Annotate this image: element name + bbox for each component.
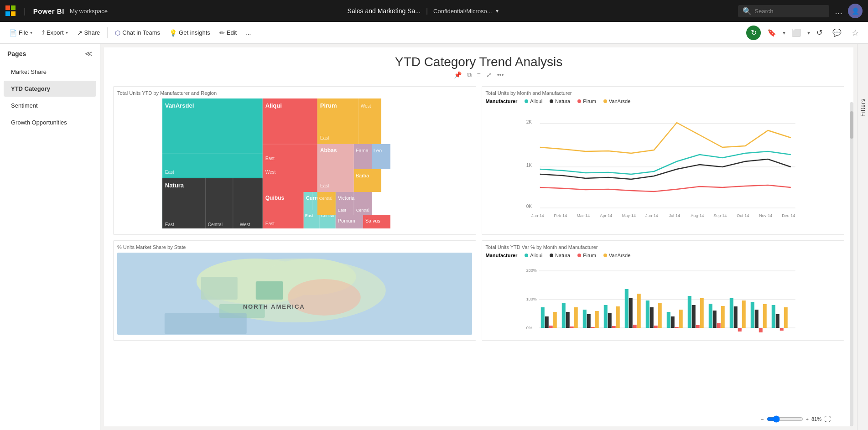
svg-text:Dec-14: Dec-14	[782, 213, 795, 218]
svg-rect-120	[675, 327, 678, 328]
search-input[interactable]	[754, 8, 818, 15]
pirum-dot	[577, 99, 581, 103]
svg-rect-115	[650, 307, 653, 328]
svg-rect-117	[658, 303, 661, 328]
svg-text:May-14: May-14	[622, 213, 635, 218]
bar-chart-area[interactable]: 0% 100% 200%	[486, 262, 841, 337]
svg-rect-110	[624, 289, 628, 328]
svg-text:Central: Central	[319, 196, 333, 201]
bookmark-icon[interactable]: 🔖	[764, 26, 780, 39]
format-icon[interactable]: ≡	[477, 71, 481, 79]
copy-icon[interactable]: ⧉	[467, 71, 472, 79]
zoom-slider[interactable]	[767, 415, 803, 423]
svg-rect-135	[750, 302, 754, 328]
svg-text:Sep-14: Sep-14	[713, 213, 727, 218]
svg-rect-134	[742, 300, 745, 328]
share-button[interactable]: ↗ Share	[73, 27, 104, 39]
map-chart[interactable]: NORTH AMERICA	[117, 253, 472, 335]
ellipsis-icon[interactable]: •••	[497, 71, 504, 79]
bar-chart-label: Total Units YTD Var % by Month and Manuf…	[486, 244, 841, 250]
insights-button[interactable]: 💡 Get insights	[166, 27, 214, 39]
bookmark-chevron-icon[interactable]: ▾	[783, 30, 785, 36]
treemap-chart[interactable]: VanArsdel East East Central West	[117, 98, 472, 231]
ytd-category-label: YTD Category	[11, 85, 50, 92]
svg-text:East: East	[305, 213, 314, 218]
zoom-plus-icon[interactable]: +	[806, 416, 809, 422]
svg-text:West: West	[265, 170, 276, 175]
svg-rect-119	[670, 316, 674, 328]
map-container: % Units Market Share by State	[113, 240, 476, 341]
refresh-button[interactable]: ↻	[746, 26, 761, 40]
bar-legend-vanarsdel: VanArsdel	[603, 253, 632, 258]
fit-page-icon[interactable]: ↺	[813, 26, 826, 39]
bar-aliqui-label: Aliqui	[530, 253, 542, 258]
vanarsdel-dot	[603, 99, 607, 103]
bar-vanarsdel-label: VanArsdel	[609, 253, 632, 258]
search-icon: 🔍	[743, 7, 752, 16]
more-button[interactable]: ...	[242, 27, 255, 38]
view-chevron-icon[interactable]: ▾	[807, 30, 810, 36]
pin-icon[interactable]: 📌	[454, 71, 462, 79]
comments-icon[interactable]: 💬	[829, 26, 845, 39]
focus-icon[interactable]: ⤢	[486, 71, 492, 79]
favorite-icon[interactable]: ☆	[848, 26, 863, 40]
vertical-scrollbar[interactable]	[850, 102, 853, 426]
svg-text:Natura: Natura	[165, 182, 184, 189]
sidebar-item-ytd-category[interactable]: YTD Category	[4, 81, 96, 97]
view-icon[interactable]: ⬜	[788, 26, 805, 39]
bar-chart-legend: Manufacturer Aliqui Natura	[486, 253, 841, 258]
bar-vanarsdel-dot	[603, 254, 607, 257]
svg-rect-95	[545, 316, 548, 328]
teams-icon: ⬡	[115, 29, 120, 36]
scrollbar-thumb[interactable]	[850, 111, 853, 139]
svg-rect-123	[691, 305, 695, 328]
report-page-title: YTD Category Trend Analysis	[113, 55, 844, 69]
zoom-minus-icon[interactable]: −	[761, 416, 764, 422]
sidebar-collapse-icon[interactable]: ≪	[85, 49, 93, 58]
search-box[interactable]: 🔍	[738, 5, 829, 17]
svg-text:West: West	[240, 222, 250, 227]
svg-rect-101	[574, 307, 577, 328]
svg-text:East: East	[265, 156, 275, 161]
svg-text:2K: 2K	[526, 119, 532, 124]
svg-text:Apr-14: Apr-14	[600, 213, 612, 218]
svg-rect-118	[666, 312, 670, 328]
file-label: File	[19, 29, 28, 36]
sidebar-item-market-share[interactable]: Market Share	[4, 64, 96, 80]
svg-rect-131	[733, 306, 737, 328]
file-icon: 📄	[9, 29, 17, 36]
fit-screen-icon[interactable]: ⛶	[824, 415, 831, 423]
share-label: Share	[84, 29, 100, 36]
line-chart-label: Total Units by Month and Manufacturer	[486, 90, 841, 96]
svg-rect-58	[317, 192, 336, 215]
svg-rect-114	[645, 300, 649, 328]
more-label: ...	[246, 29, 251, 36]
sidebar-item-sentiment[interactable]: Sentiment	[4, 98, 96, 114]
legend-pirum: Pirum	[577, 98, 596, 104]
chat-teams-button[interactable]: ⬡ Chat in Teams	[111, 27, 164, 39]
svg-rect-30	[304, 210, 320, 228]
svg-text:Quibus: Quibus	[265, 195, 285, 201]
svg-rect-144	[759, 328, 762, 332]
file-button[interactable]: 📄 File ▾	[5, 27, 36, 39]
svg-text:VanArsdel: VanArsdel	[165, 102, 194, 109]
svg-text:1K: 1K	[526, 163, 532, 168]
nav-separator: |	[24, 6, 26, 16]
line-chart-container: Total Units by Month and Manufacturer Ma…	[482, 86, 845, 235]
avatar[interactable]: 👤	[848, 4, 863, 18]
workspace-label[interactable]: My workspace	[70, 8, 108, 15]
more-options-icon[interactable]: ...	[835, 6, 842, 16]
edit-button[interactable]: ✏ Edit	[216, 27, 240, 39]
svg-text:Jun-14: Jun-14	[645, 213, 658, 218]
svg-rect-107	[608, 313, 611, 328]
svg-rect-136	[754, 310, 758, 328]
filters-panel[interactable]: Filters	[857, 44, 868, 430]
sidebar-item-growth-opportunities[interactable]: Growth Opportunities	[4, 114, 96, 130]
svg-rect-139	[771, 305, 775, 328]
svg-rect-104	[591, 327, 594, 328]
title-pipe: |	[426, 7, 428, 15]
line-chart-area[interactable]: 0K 1K 2K	[486, 108, 841, 226]
aliqui-label: Aliqui	[530, 98, 542, 104]
title-chevron-icon[interactable]: ▾	[496, 8, 499, 14]
export-button[interactable]: ⤴ Export ▾	[38, 27, 72, 39]
